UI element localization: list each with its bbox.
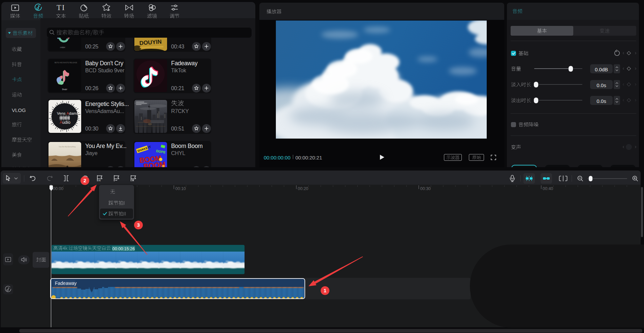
svg-text:1: 1: [324, 288, 326, 293]
svg-text:2: 2: [84, 178, 86, 183]
svg-text:3: 3: [137, 222, 140, 228]
